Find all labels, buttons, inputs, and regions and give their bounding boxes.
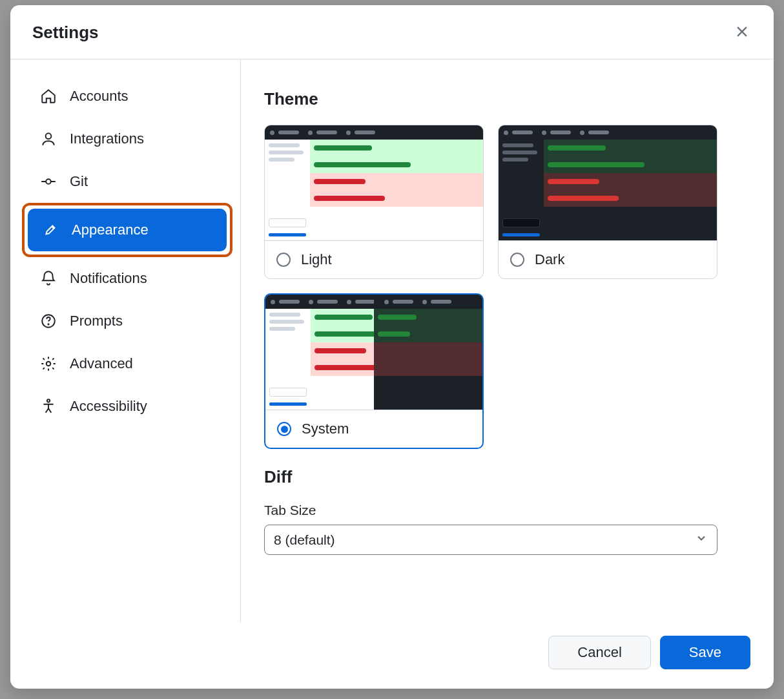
tab-size-value: 8 (default): [274, 532, 335, 548]
svg-point-1: [46, 179, 51, 184]
sidebar-item-highlight: Appearance: [22, 203, 232, 257]
accessibility-icon: [40, 398, 57, 415]
home-icon: [40, 88, 57, 105]
theme-option-dark[interactable]: Dark: [498, 125, 717, 279]
paintbrush-icon: [42, 222, 59, 238]
modal-body: Accounts Integrations Git A: [10, 59, 774, 623]
theme-label-text: Dark: [535, 251, 564, 268]
sidebar-item-advanced[interactable]: Advanced: [26, 342, 229, 385]
theme-section-title: Theme: [264, 89, 750, 109]
settings-modal: Settings Accounts Integrations: [10, 5, 774, 689]
svg-point-0: [46, 133, 52, 139]
sidebar-item-integrations[interactable]: Integrations: [26, 118, 229, 160]
question-circle-icon: [40, 313, 57, 329]
radio-dark[interactable]: [510, 253, 524, 267]
cancel-button[interactable]: Cancel: [548, 636, 650, 669]
sidebar-item-appearance[interactable]: Appearance: [28, 209, 227, 251]
sidebar-item-label: Advanced: [70, 355, 133, 372]
svg-point-3: [48, 324, 48, 324]
theme-preview-light: [265, 125, 483, 240]
theme-option-system[interactable]: System: [264, 293, 484, 449]
theme-options: Light: [264, 125, 750, 449]
sidebar-item-label: Accounts: [70, 88, 129, 105]
settings-sidebar: Accounts Integrations Git A: [10, 59, 241, 623]
sidebar-item-prompts[interactable]: Prompts: [26, 300, 229, 342]
theme-preview-dark: [499, 125, 717, 240]
close-button[interactable]: [731, 21, 753, 45]
sidebar-item-label: Integrations: [70, 130, 144, 147]
settings-content: Theme: [241, 59, 774, 623]
save-button[interactable]: Save: [660, 636, 750, 669]
diff-section-title: Diff: [264, 467, 750, 487]
sidebar-item-label: Git: [70, 173, 88, 190]
theme-option-light[interactable]: Light: [264, 125, 484, 279]
theme-preview-system: [265, 295, 482, 410]
sidebar-item-accounts[interactable]: Accounts: [26, 75, 229, 118]
chevron-down-icon: [695, 532, 708, 548]
bell-icon: [40, 270, 57, 287]
modal-footer: Cancel Save: [10, 623, 774, 689]
svg-point-5: [47, 399, 50, 402]
sidebar-item-label: Accessibility: [70, 398, 147, 415]
git-commit-icon: [40, 173, 57, 190]
close-icon: [735, 31, 749, 41]
tab-size-select[interactable]: 8 (default): [264, 525, 717, 555]
radio-light[interactable]: [276, 253, 291, 267]
sidebar-item-notifications[interactable]: Notifications: [26, 257, 229, 300]
radio-system[interactable]: [277, 422, 291, 436]
gear-icon: [40, 355, 57, 372]
svg-point-4: [46, 362, 51, 366]
sidebar-item-label: Prompts: [70, 313, 123, 329]
sidebar-item-git[interactable]: Git: [26, 160, 229, 203]
sidebar-item-label: Notifications: [70, 270, 147, 287]
modal-header: Settings: [10, 5, 774, 59]
tab-size-label: Tab Size: [264, 503, 750, 518]
person-icon: [40, 130, 57, 147]
modal-title: Settings: [32, 23, 99, 43]
sidebar-item-accessibility[interactable]: Accessibility: [26, 385, 229, 428]
sidebar-item-label: Appearance: [72, 222, 149, 238]
theme-label-text: Light: [301, 251, 332, 268]
theme-label-text: System: [302, 421, 349, 437]
